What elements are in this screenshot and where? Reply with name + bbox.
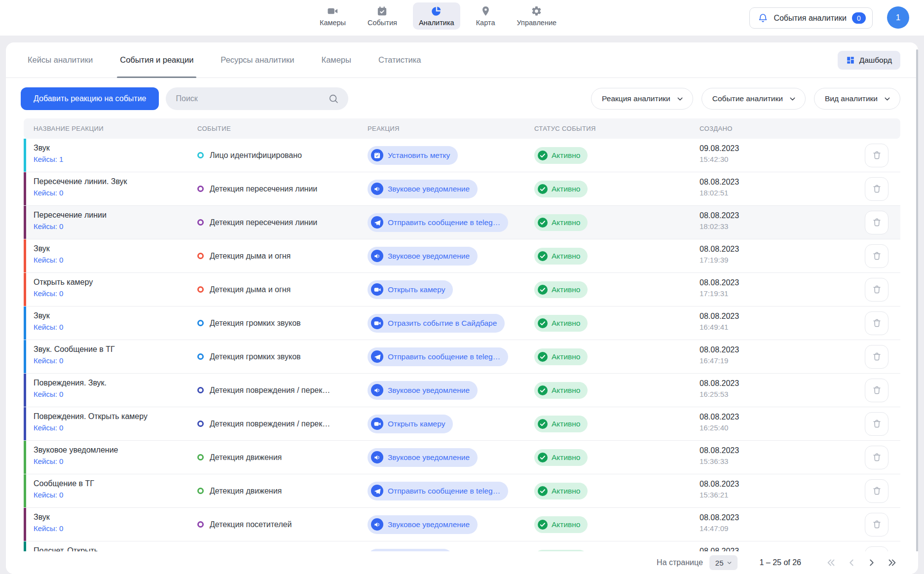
table-row[interactable]: Повреждения. Открыть камеру Кейсы: 0 Дет… [24, 407, 900, 441]
delete-button[interactable] [865, 211, 888, 234]
reaction-icon [371, 283, 383, 296]
delete-button[interactable] [865, 446, 888, 469]
table-row[interactable]: Звук Кейсы: 0 Детекция посетителей Звуко… [24, 508, 900, 541]
table-row[interactable]: Открыть камеру Кейсы: 0 Детекция дыма и … [24, 273, 900, 306]
status-badge: Активно [534, 516, 588, 533]
cases-link[interactable]: Кейсы: 0 [34, 457, 63, 465]
cases-link[interactable]: Кейсы: 0 [34, 491, 63, 499]
cases-link[interactable]: Кейсы: 0 [34, 524, 63, 533]
table-row[interactable]: Звук Кейсы: 1 Лицо идентифицировано Уста… [24, 139, 900, 172]
search-input[interactable] [166, 87, 348, 110]
table-row[interactable]: Пересечение линии Кейсы: 0 Детекция пере… [24, 206, 900, 239]
nav-item-events[interactable]: События [362, 2, 403, 30]
tab-statistics[interactable]: Статистика [378, 42, 421, 77]
reaction-label: Отразить событие в Сайдбаре [388, 319, 497, 328]
column-header-reaction: РЕАКЦИЯ [368, 118, 400, 139]
status-badge: Активно [534, 147, 588, 164]
nav-item-cameras[interactable]: Камеры [314, 2, 352, 30]
created-date: 08.08.2023 [700, 178, 739, 187]
cases-link[interactable]: Кейсы: 0 [34, 222, 63, 230]
created-cell: 08.08.2023 18:02:51 [700, 178, 739, 197]
chevron-down-icon [788, 95, 797, 103]
tab-events-reactions[interactable]: События и реакции [120, 42, 193, 77]
cases-link[interactable]: Кейсы: 0 [34, 423, 63, 432]
table-row[interactable]: Звук. Сообщение в ТГ Кейсы: 0 Детекция г… [24, 340, 900, 374]
status-label: Активно [552, 352, 580, 361]
delete-button[interactable] [865, 244, 888, 268]
next-page-button[interactable] [865, 556, 878, 569]
delete-button[interactable] [865, 311, 888, 335]
filter-analytics-reaction[interactable]: Реакция аналитики [591, 88, 693, 110]
status-check-icon [538, 352, 548, 362]
tab-analytics-resources[interactable]: Ресурсы аналитики [221, 42, 294, 77]
delete-button[interactable] [865, 379, 888, 402]
tab-cameras[interactable]: Камеры [322, 42, 351, 77]
cases-link[interactable]: Кейсы: 0 [34, 390, 63, 398]
status-label: Активно [552, 185, 580, 193]
delete-button[interactable] [865, 177, 888, 201]
status-label: Активно [552, 151, 580, 160]
created-time: 15:36:21 [700, 491, 739, 499]
last-page-button[interactable] [886, 556, 898, 569]
add-reaction-button[interactable]: Добавить реакцию на событие [21, 87, 159, 110]
reaction-icon [371, 250, 383, 262]
event-cell: Детекция дыма и огня [197, 273, 291, 306]
event-label: Детекция посетителей [210, 520, 292, 529]
status-label: Активно [552, 386, 580, 395]
cases-link[interactable]: Кейсы: 1 [34, 155, 63, 163]
delete-button[interactable] [865, 278, 888, 302]
event-cell: Детекция движения [197, 474, 282, 507]
page-size-select[interactable]: 25 [709, 555, 738, 570]
table-row[interactable]: Повреждения. Звук. Кейсы: 0 Детекция пов… [24, 374, 900, 407]
created-cell: 08.08.2023 15:36:33 [700, 446, 739, 465]
status-check-icon [538, 285, 548, 295]
status-badge: Активно [534, 214, 588, 231]
vertical-scrollbar[interactable] [916, 49, 918, 568]
cases-link[interactable]: Кейсы: 0 [34, 189, 63, 197]
created-cell: 08.08.2023 18:02:33 [700, 211, 739, 230]
event-type-icon [197, 421, 204, 427]
dashboard-button-label: Дашборд [859, 56, 892, 65]
analytics-events-button[interactable]: События аналитики 0 [749, 7, 873, 29]
prev-page-button[interactable] [845, 556, 858, 569]
tab-analytics-cases[interactable]: Кейсы аналитики [28, 42, 93, 77]
column-header-event: СОБЫТИЕ [197, 118, 231, 139]
event-type-icon [197, 152, 204, 158]
cases-link[interactable]: Кейсы: 0 [34, 356, 63, 365]
user-avatar[interactable]: 1 [887, 6, 909, 29]
reaction-pill: Отправить сообщение в teleg… [368, 347, 508, 366]
reaction-name-cell: Открыть камеру Кейсы: 0 [34, 278, 93, 298]
nav-item-map[interactable]: Карта [470, 2, 501, 30]
delete-button[interactable] [865, 412, 888, 436]
created-cell: 08.08.2023 16:47:19 [700, 345, 739, 365]
event-label: Детекция пересечения линии [210, 185, 317, 193]
filter-analytics-type[interactable]: Вид аналитики [814, 88, 900, 110]
created-date: 08.08.2023 [700, 245, 739, 254]
reaction-name: Повреждения. Звук. [34, 379, 107, 387]
search-icon[interactable] [328, 93, 339, 104]
first-page-button[interactable] [825, 556, 838, 569]
status-label: Активно [552, 420, 580, 428]
table-row[interactable]: Звук Кейсы: 0 Детекция громких звуков От… [24, 306, 900, 340]
filter-analytics-event[interactable]: Событие аналитики [702, 88, 806, 110]
delete-button[interactable] [865, 144, 888, 167]
table-row[interactable]: Звуковое уведомление Кейсы: 0 Детекция д… [24, 441, 900, 474]
event-cell: Детекция посетителей [197, 508, 292, 541]
delete-button[interactable] [865, 479, 888, 503]
event-label: Детекция пересечения линии [210, 218, 317, 227]
table-row[interactable]: Сообщение в ТГ Кейсы: 0 Детекция движени… [24, 474, 900, 508]
reaction-icon [371, 149, 383, 161]
dashboard-button[interactable]: Дашборд [838, 51, 900, 70]
delete-button[interactable] [865, 513, 888, 536]
cases-link[interactable]: Кейсы: 0 [34, 323, 63, 331]
cases-link[interactable]: Кейсы: 0 [34, 256, 63, 264]
nav-item-management[interactable]: Управление [511, 2, 562, 30]
status-badge: Активно [534, 181, 588, 197]
cases-link[interactable]: Кейсы: 0 [34, 289, 63, 298]
table-row[interactable]: Звук Кейсы: 0 Детекция дыма и огня Звуко… [24, 239, 900, 273]
table-row[interactable]: Пересечение линии. Звук Кейсы: 0 Детекци… [24, 172, 900, 206]
nav-item-analytics[interactable]: Аналитика [413, 2, 460, 30]
delete-button[interactable] [865, 345, 888, 369]
created-cell: 08.08.2023 16:49:41 [700, 312, 739, 331]
reaction-name-cell: Звук Кейсы: 1 [34, 144, 63, 163]
